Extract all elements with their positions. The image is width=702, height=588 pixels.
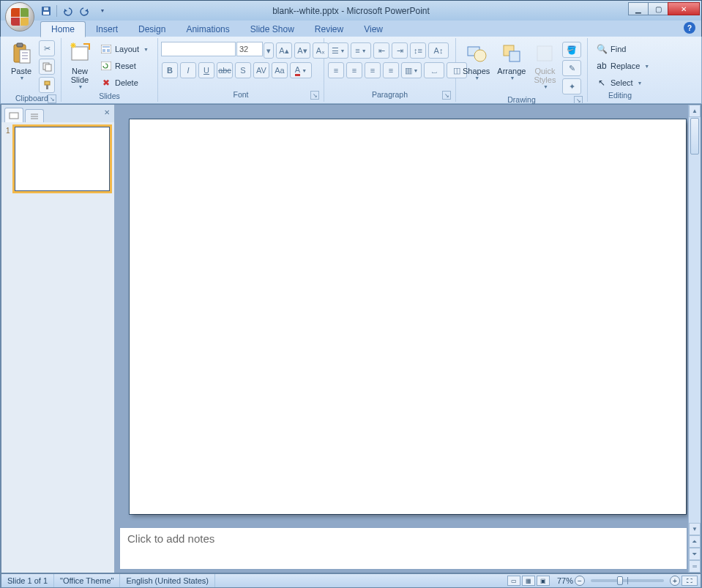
find-button[interactable]: 🔍Find — [592, 41, 653, 57]
columns-button[interactable]: ▥▼ — [401, 62, 422, 78]
font-size-combo[interactable] — [236, 42, 263, 56]
tab-animations[interactable]: Animations — [176, 22, 239, 37]
copy-button[interactable] — [39, 59, 55, 75]
align-right-button[interactable]: ≡ — [365, 62, 381, 78]
next-slide-icon[interactable]: ⏷ — [689, 548, 701, 560]
italic-button[interactable]: I — [180, 62, 196, 78]
align-left-button[interactable]: ≡ — [328, 62, 344, 78]
slider-knob[interactable] — [617, 576, 623, 585]
vertical-scrollbar[interactable]: ▲ ▼ ⏶ ⏷ ═ — [688, 105, 701, 573]
minimize-button[interactable]: ▁ — [628, 2, 649, 15]
shape-outline-button[interactable]: ✎ — [562, 60, 581, 76]
shapes-icon — [465, 42, 488, 65]
zoom-out-button[interactable]: − — [575, 576, 585, 586]
scroll-thumb[interactable] — [690, 118, 699, 155]
tab-review[interactable]: Review — [305, 22, 354, 37]
font-name-combo[interactable] — [161, 42, 236, 56]
tab-home[interactable]: Home — [40, 21, 86, 37]
tab-slides-view[interactable] — [4, 108, 23, 122]
shrink-font-button[interactable]: A▾ — [294, 42, 310, 59]
notes-placeholder: Click to add notes — [127, 532, 214, 545]
grow-font-button[interactable]: A▴ — [276, 42, 292, 59]
strike-button[interactable]: abc — [217, 62, 233, 78]
shadow-button[interactable]: S — [235, 62, 251, 78]
tab-insert[interactable]: Insert — [86, 22, 128, 37]
effects-icon: ✦ — [569, 82, 575, 92]
dialog-launcher-icon[interactable]: ↘ — [48, 94, 56, 103]
align-center-button[interactable]: ≡ — [346, 62, 362, 78]
replace-button[interactable]: abReplace▼ — [592, 58, 653, 74]
arrange-button[interactable]: Arrange▼ — [493, 40, 529, 83]
prev-slide-icon[interactable]: ⏶ — [689, 535, 701, 548]
shapes-button[interactable]: Shapes▼ — [459, 40, 493, 83]
chevron-down-icon[interactable]: ▾ — [264, 42, 274, 59]
increase-indent-button[interactable]: ⇥ — [392, 42, 408, 59]
dialog-launcher-icon[interactable]: ↘ — [442, 91, 451, 100]
group-paragraph: ☰▼ ≡▼ ⇤ ⇥ ↕≡ A↕ ≡ ≡ ≡ ≡ ▥▼ ⎵ ◫ Paragraph… — [324, 38, 456, 102]
numbering-button[interactable]: ≡▼ — [351, 42, 371, 59]
line-spacing-button[interactable]: ↕≡ — [410, 42, 426, 59]
maximize-button[interactable]: ▢ — [648, 2, 668, 15]
view-normal-icon[interactable]: ▭ — [507, 576, 520, 586]
status-language[interactable]: English (United States) — [120, 574, 215, 587]
justify-button[interactable]: ≡ — [383, 62, 399, 78]
reset-button[interactable]: Reset — [97, 58, 152, 74]
quick-styles-button[interactable]: Quick Styles▼ — [529, 40, 560, 92]
status-theme[interactable]: "Office Theme" — [54, 574, 120, 587]
status-slide[interactable]: Slide 1 of 1 — [1, 574, 54, 587]
thumbnail-1[interactable]: 1 — [6, 127, 110, 191]
zoom-in-button[interactable]: + — [670, 576, 680, 586]
chevron-down-icon: ▼ — [302, 68, 307, 73]
layout-button[interactable]: Layout▼ — [97, 41, 152, 57]
pane-close-icon[interactable]: ✕ — [104, 108, 110, 116]
chevron-down-icon: ▼ — [414, 68, 419, 73]
char-spacing-button[interactable]: AV — [253, 62, 269, 78]
tab-design[interactable]: Design — [128, 22, 176, 37]
zoom-slider[interactable] — [591, 579, 664, 582]
window-controls: ▁ ▢ ✕ — [628, 2, 700, 15]
delete-icon: ✖ — [100, 77, 112, 89]
tab-outline-view[interactable] — [25, 109, 44, 122]
cut-button[interactable]: ✂ — [39, 40, 55, 56]
chevron-down-icon: ▼ — [543, 84, 548, 89]
align-text-button[interactable]: ⎵ — [424, 62, 444, 78]
dialog-launcher-icon[interactable]: ↘ — [310, 91, 319, 100]
font-color-button[interactable]: A▼ — [290, 62, 312, 78]
close-button[interactable]: ✕ — [668, 2, 700, 15]
select-button[interactable]: ↖Select▼ — [592, 75, 653, 91]
fit-to-window-icon[interactable]: ⛶ — [682, 576, 698, 586]
scroll-down-icon[interactable]: ▼ — [689, 523, 701, 535]
qat-customize-icon[interactable]: ▼ — [95, 4, 110, 18]
redo-icon[interactable] — [78, 4, 92, 18]
tab-view[interactable]: View — [354, 22, 393, 37]
text-direction-button[interactable]: A↕ — [428, 42, 449, 59]
shape-fill-button[interactable]: 🪣 — [562, 42, 581, 58]
find-icon: 🔍 — [596, 43, 608, 55]
underline-button[interactable]: U — [198, 62, 214, 78]
paste-button[interactable]: Paste▼ — [6, 40, 37, 83]
view-sorter-icon[interactable]: ▦ — [522, 576, 535, 586]
thumbnail-slide[interactable] — [15, 127, 110, 191]
scroll-up-icon[interactable]: ▲ — [689, 105, 701, 117]
notes-pane[interactable]: Click to add notes — [119, 527, 687, 570]
new-slide-button[interactable]: New Slide▼ — [64, 40, 95, 92]
bullets-button[interactable]: ☰▼ — [328, 42, 348, 59]
save-icon[interactable] — [39, 4, 53, 18]
view-slideshow-icon[interactable]: ▣ — [537, 576, 550, 586]
brush-icon — [42, 81, 52, 90]
delete-button[interactable]: ✖Delete — [97, 75, 152, 91]
shape-effects-button[interactable]: ✦ — [562, 78, 581, 94]
tab-slideshow[interactable]: Slide Show — [240, 22, 305, 37]
bold-button[interactable]: B — [162, 62, 178, 78]
slide-canvas[interactable] — [130, 119, 686, 514]
chevron-down-icon: ▼ — [474, 75, 479, 81]
zoom-percent[interactable]: 77% — [557, 576, 573, 585]
office-button[interactable] — [5, 2, 34, 31]
help-icon[interactable]: ? — [684, 22, 695, 34]
undo-icon[interactable] — [60, 4, 75, 18]
decrease-indent-button[interactable]: ⇤ — [373, 42, 389, 59]
splitter-icon[interactable]: ═ — [689, 560, 701, 573]
numbering-icon: ≡ — [355, 46, 359, 55]
format-painter-button[interactable] — [39, 77, 55, 93]
change-case-button[interactable]: Aa — [272, 62, 288, 78]
